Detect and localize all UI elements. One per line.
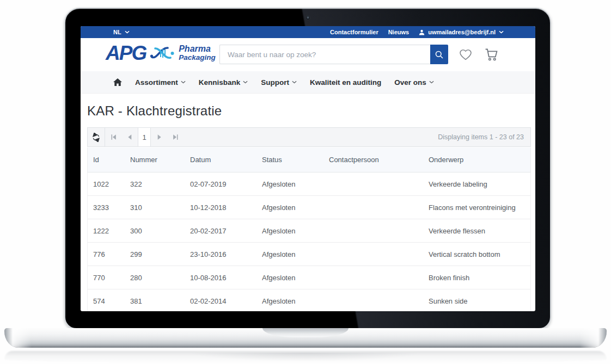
column-header-onderwerp[interactable]: Onderwerp [429, 156, 530, 164]
table-row[interactable]: 1022 322 02-07-2019 Afgesloten Verkeerde… [87, 172, 531, 196]
cell-datum: 23-10-2016 [190, 250, 262, 258]
laptop-mockup: NL Contactformulier Nieuws uwmailadres@b… [0, 0, 611, 364]
logo-tagline-1: Pharma [179, 45, 216, 54]
nav-item-support[interactable]: Support [261, 78, 297, 87]
cell-nummer: 280 [130, 274, 190, 282]
cell-onderwerp: Broken finish [429, 274, 530, 282]
cell-nummer: 322 [130, 180, 190, 188]
next-page-button[interactable] [151, 128, 167, 146]
nav-item-kennisbank[interactable]: Kennisbank [199, 78, 248, 87]
nav-item-over-ons[interactable]: Over ons [394, 78, 434, 87]
laptop-reflection-center [188, 353, 423, 361]
page-title: KAR - Klachtregistratie [87, 103, 531, 119]
grid-status-text: Displaying items 1 - 23 of 23 [438, 133, 530, 141]
account-email: uwmailadres@bedrijf.nl [428, 29, 496, 35]
nav-home-button[interactable] [113, 78, 122, 86]
cell-status: Afgesloten [262, 250, 329, 258]
cell-onderwerp: Sunken side [429, 297, 530, 305]
laptop-screen-bezel: NL Contactformulier Nieuws uwmailadres@b… [64, 8, 551, 329]
column-header-status[interactable]: Status [262, 156, 329, 164]
cell-datum: 10-08-2016 [190, 274, 262, 282]
cell-nummer: 299 [130, 250, 190, 258]
chevron-down-icon [292, 81, 297, 84]
search-button[interactable] [430, 45, 448, 64]
grid-toolbar: 1 Displaying items 1 - 23 of 23 [87, 127, 531, 147]
current-page-indicator[interactable]: 1 [138, 128, 151, 146]
table-row[interactable]: 3233 310 10-12-2018 Afgesloten Flacons m… [87, 196, 531, 219]
top-utility-bar: NL Contactformulier Nieuws uwmailadres@b… [81, 26, 535, 38]
search-icon [435, 50, 444, 59]
cell-onderwerp: Verkeerde flessen [429, 227, 530, 235]
previous-page-icon [126, 133, 133, 141]
cell-status: Afgesloten [262, 203, 329, 212]
search-input[interactable] [219, 45, 430, 64]
company-logo[interactable]: APG Pharma Packaging [106, 43, 216, 63]
column-header-datum[interactable]: Datum [190, 156, 262, 164]
column-header-nummer[interactable]: Nummer [130, 156, 190, 164]
search-bar [219, 45, 448, 64]
table-row[interactable]: 1222 300 20-02-2017 Afgesloten Verkeerde… [87, 219, 531, 243]
last-page-icon [172, 133, 179, 141]
cell-nummer: 381 [130, 297, 190, 305]
column-header-id[interactable]: Id [93, 156, 130, 164]
cell-onderwerp: Verkeerde labeling [429, 180, 530, 188]
first-page-icon [110, 133, 117, 141]
table-row[interactable]: 574 381 02-02-2014 Afgesloten Sunken sid… [87, 289, 531, 311]
nav-item-assortiment[interactable]: Assortiment [135, 78, 186, 87]
home-icon [113, 78, 122, 86]
cell-nummer: 300 [130, 227, 190, 235]
table-row[interactable]: 770 280 10-08-2016 Afgesloten Broken fin… [87, 266, 531, 289]
cell-datum: 20-02-2017 [190, 227, 262, 235]
chevron-down-icon [243, 81, 248, 84]
cell-id: 776 [93, 250, 130, 258]
cell-onderwerp: Flacons met verontreiniging [429, 203, 530, 212]
complaints-grid: 1 Displaying items 1 - 23 of 23 Id Numme… [87, 127, 531, 311]
cell-status: Afgesloten [262, 180, 329, 188]
chevron-down-icon [181, 81, 186, 84]
cell-datum: 02-07-2019 [190, 180, 262, 188]
cell-datum: 02-02-2014 [190, 297, 262, 305]
refresh-button[interactable] [88, 128, 105, 146]
language-selector[interactable]: NL [113, 29, 130, 35]
column-header-contactpersoon[interactable]: Contactpersoon [329, 156, 429, 164]
chevron-down-icon [429, 81, 434, 84]
browser-viewport: NL Contactformulier Nieuws uwmailadres@b… [81, 26, 535, 311]
cell-status: Afgesloten [262, 227, 329, 235]
user-icon [419, 29, 425, 35]
cell-onderwerp: Vertical scratch bottom [429, 250, 530, 258]
page-content: KAR - Klachtregistratie [81, 103, 535, 311]
news-link[interactable]: Nieuws [388, 29, 410, 35]
previous-page-button[interactable] [121, 128, 138, 146]
nav-item-kwaliteit-en-auditing[interactable]: Kwaliteit en auditing [310, 78, 381, 87]
cell-status: Afgesloten [262, 297, 329, 305]
dna-helix-icon [150, 44, 175, 63]
shopping-cart-icon[interactable] [484, 47, 498, 61]
contact-form-link[interactable]: Contactformulier [330, 29, 378, 35]
laptop-base [4, 328, 607, 348]
laptop-lid-notch [262, 328, 349, 337]
main-navigation: Assortiment Kennisbank Support Kwaliteit… [81, 71, 535, 94]
chevron-down-icon [499, 30, 504, 34]
table-row[interactable]: 776 299 23-10-2016 Afgesloten Vertical s… [87, 243, 531, 266]
next-page-icon [156, 133, 163, 141]
cell-status: Afgesloten [262, 274, 329, 282]
first-page-button[interactable] [105, 128, 121, 146]
language-label: NL [113, 29, 121, 35]
cell-id: 3233 [93, 203, 130, 212]
table-header-row: Id Nummer Datum Status Contactpersoon On… [87, 147, 531, 172]
cell-id: 770 [93, 274, 130, 282]
refresh-icon [91, 133, 101, 142]
cell-datum: 10-12-2018 [190, 203, 262, 212]
wishlist-heart-icon[interactable] [459, 47, 473, 61]
cell-id: 1222 [93, 227, 130, 235]
last-page-button[interactable] [167, 128, 184, 146]
logo-tagline-2: Packaging [179, 54, 216, 61]
site-header: APG Pharma Packaging [81, 38, 535, 71]
chevron-down-icon [125, 30, 130, 34]
account-menu[interactable]: uwmailadres@bedrijf.nl [419, 29, 504, 35]
cell-id: 574 [93, 297, 130, 305]
logo-wordmark: APG [106, 43, 146, 63]
cell-id: 1022 [93, 180, 130, 188]
webcam-icon [306, 15, 310, 20]
cell-nummer: 310 [130, 203, 190, 212]
